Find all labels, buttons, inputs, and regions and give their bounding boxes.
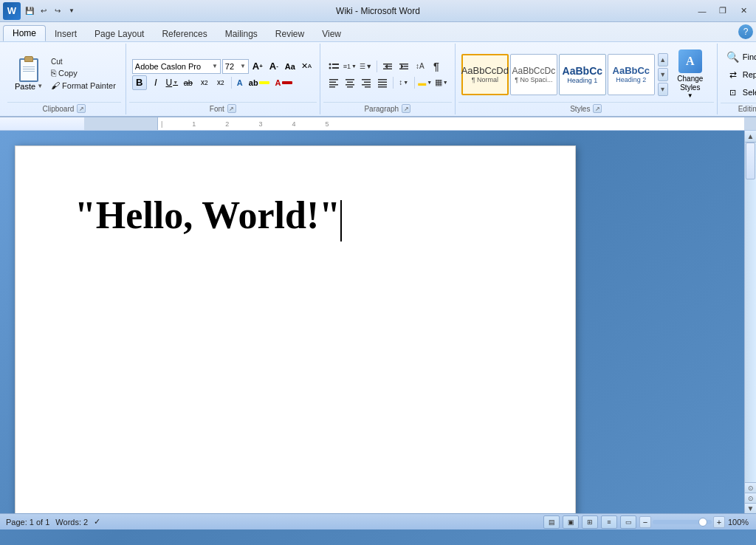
bold-button[interactable]: B [132,75,147,90]
para-row2: ↕ ▼ ▬ ▼ ▦ ▼ [326,75,449,90]
increase-indent-button[interactable] [396,59,411,74]
cut-button[interactable]: Cut [49,57,118,66]
tab-view[interactable]: View [313,27,350,41]
minimize-button[interactable]: — [693,4,712,18]
italic-button[interactable]: I [148,75,163,90]
font-size-dropdown[interactable]: 72 ▼ [222,59,249,74]
restore-button[interactable]: ❐ [713,4,732,18]
decrease-indent-icon [382,61,394,72]
justify-button[interactable] [375,75,390,90]
underline-button[interactable]: U▼ [165,75,179,90]
clipboard-group-label: Clipboard ↗ [7,102,121,114]
spell-check-icon[interactable]: ✓ [94,517,100,527]
clear-format-button[interactable]: ✕A [299,59,314,74]
shading-button[interactable]: ▬ ▼ [418,75,433,90]
view-print-btn[interactable]: ▤ [543,515,560,529]
scroll-select-button[interactable]: ⊙ [745,493,756,503]
multilevel-button[interactable]: ☰▼ [359,59,374,74]
font-group-label: Font ↗ [129,102,317,114]
zoom-plus-btn[interactable]: + [713,516,725,528]
find-icon: 🔍 [726,50,740,64]
paste-button[interactable]: Paste ▼ [10,57,47,92]
tab-mailings[interactable]: Mailings [216,27,267,41]
tab-insert[interactable]: Insert [46,27,86,41]
editing-group: 🔍 Find ▼ ⇄ Replace ⊡ Select - [718,44,756,114]
scroll-page-up-button[interactable]: ⊙ [745,482,756,493]
view-fullread-btn[interactable]: ▣ [563,515,579,529]
text-highlight-button[interactable]: ab [247,77,272,89]
para-controls: ≡1 ▼ ☰▼ [326,59,449,90]
show-para-button[interactable]: ¶ [429,59,444,74]
strikethrough-button[interactable]: ab [181,75,196,90]
view-draft-btn[interactable]: ▭ [620,515,636,529]
font-name-dropdown[interactable]: Adobe Caslon Pro ▼ [132,59,221,74]
numbering-button[interactable]: ≡1 ▼ [343,59,357,74]
font-shrink-button[interactable]: A- [267,59,281,74]
svg-point-0 [329,63,331,65]
font-color-button[interactable]: A [273,77,295,89]
superscript-button[interactable]: x2 [213,75,228,90]
title-bar: W 💾 ↩ ↪ ▼ Wiki - Microsoft Word — ❐ ✕ [0,0,756,22]
tab-references[interactable]: References [153,27,216,41]
style-nospace[interactable]: AaBbCcDc ¶ No Spaci... [510,54,557,95]
shading-icon: ▬ [418,78,426,87]
borders-button[interactable]: ▦ ▼ [434,75,449,90]
line-spacing-button[interactable]: ↕ ▼ [396,75,411,90]
styles-gallery: AaBbCcDd ¶ Normal AaBbCcDc ¶ No Spaci...… [461,54,655,95]
help-button[interactable]: ? [738,24,753,39]
text-effects-button[interactable]: A [235,77,245,89]
styles-scroll-down[interactable]: ▼ [658,68,668,81]
change-styles-button[interactable]: A Change Styles ▼ [670,47,711,102]
sort-button[interactable]: ↕A [413,59,427,74]
scroll-track [745,143,756,482]
clipboard-expand-btn[interactable]: ↗ [77,104,86,113]
align-right-button[interactable] [359,75,374,90]
styles-more[interactable]: ▾ [658,83,668,96]
page-info: Page: 1 of 1 [6,518,49,527]
styles-scroll-up[interactable]: ▲ [658,53,668,66]
align-center-button[interactable] [343,75,357,90]
borders-icon: ▦ [435,78,442,87]
font-expand-btn[interactable]: ↗ [227,104,236,113]
clipboard-group: Paste ▼ Cut ⎘Copy 🖌Format Painter Clipbo… [3,44,126,114]
quick-access-dropdown[interactable]: ▼ [66,5,78,17]
save-quick-btn[interactable]: 💾 [24,5,35,17]
style-normal[interactable]: AaBbCcDd ¶ Normal [461,54,509,95]
vertical-scrollbar[interactable]: ▲ ⊙ ⊙ ▼ [744,131,756,513]
view-web-btn[interactable]: ⊞ [582,515,598,529]
find-button[interactable]: 🔍 Find ▼ [724,49,756,65]
styles-expand-btn[interactable]: ↗ [593,104,602,113]
style-heading1[interactable]: AaBbCc Heading 1 [559,54,606,95]
copy-button[interactable]: ⎘Copy [49,67,118,79]
decrease-indent-button[interactable] [380,59,395,74]
tab-review[interactable]: Review [267,27,313,41]
tab-pagelayout[interactable]: Page Layout [86,27,153,41]
subscript-button[interactable]: x2 [197,75,212,90]
zoom-thumb[interactable] [698,518,707,527]
zoom-track[interactable] [653,520,712,524]
select-button[interactable]: ⊡ Select - [724,84,756,100]
document-content[interactable]: "Hello, World!" [75,191,516,241]
title-bar-left: W 💾 ↩ ↪ ▼ [3,2,78,20]
scroll-up-button[interactable]: ▲ [745,131,756,143]
close-button[interactable]: ✕ [734,4,753,18]
align-left-button[interactable] [326,75,341,90]
redo-quick-btn[interactable]: ↪ [52,5,63,17]
tab-home[interactable]: Home [3,25,46,41]
zoom-minus-btn[interactable]: − [639,516,651,528]
format-painter-button[interactable]: 🖌Format Painter [49,80,118,92]
change-case-button[interactable]: Aa [283,59,298,74]
paste-dropdown-arrow: ▼ [37,83,43,89]
view-outline-btn[interactable]: ≡ [601,515,617,529]
undo-quick-btn[interactable]: ↩ [38,5,49,17]
paragraph-expand-btn[interactable]: ↗ [402,104,410,113]
scroll-down-button[interactable]: ▼ [745,503,756,513]
styles-group: AaBbCcDd ¶ Normal AaBbCcDc ¶ No Spaci...… [456,44,718,114]
bullets-button[interactable] [326,59,341,74]
font-grow-button[interactable]: A+ [250,59,265,74]
style-heading2[interactable]: AaBbCc Heading 2 [608,54,655,95]
scroll-thumb[interactable] [746,143,755,179]
replace-button[interactable]: ⇄ Replace [724,66,756,83]
style-normal-label: ¶ Normal [472,76,498,83]
document-area[interactable]: "Hello, World!" [0,131,744,513]
